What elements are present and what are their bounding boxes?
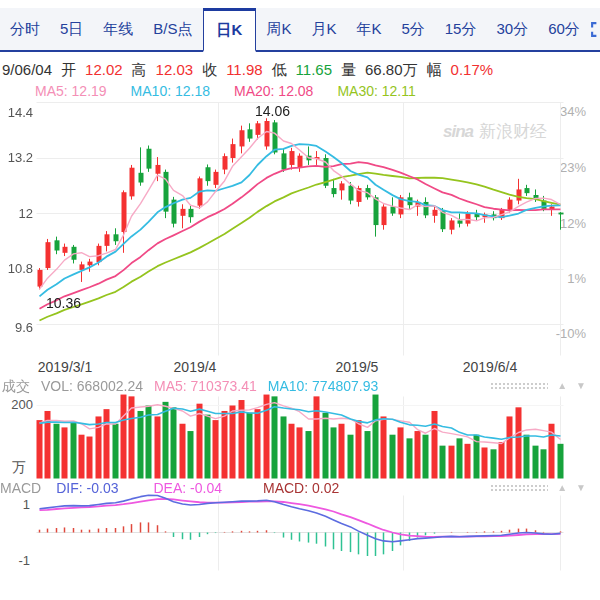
price-tick: 12 bbox=[0, 206, 33, 221]
volume-pane-controls: ▲ ▼ bbox=[490, 381, 586, 391]
price-tick: 10.8 bbox=[0, 261, 33, 276]
price-tick: 9.6 bbox=[0, 320, 33, 335]
macd-pane-label: MACD bbox=[0, 480, 41, 496]
dif-value: DIF: -0.03 bbox=[56, 480, 118, 496]
scale-up-arrow[interactable]: ▲ bbox=[557, 483, 567, 493]
vol-ma5: MA5: 710373.41 bbox=[154, 378, 257, 396]
macd-pane-header: MACD DIF: -0.03 DEA: -0.04 MACD: 0.02 bbox=[0, 480, 339, 496]
price-tick: 13.2 bbox=[0, 150, 33, 165]
low-price-annotation: 10.36 bbox=[46, 295, 81, 311]
price-tick: 14.4 bbox=[0, 105, 33, 120]
scale-up-arrow[interactable]: ▲ bbox=[557, 381, 567, 391]
volume-pane-label: 成交 bbox=[2, 378, 30, 396]
scale-down-arrow[interactable]: ▼ bbox=[576, 483, 586, 493]
drag-handle-dots[interactable] bbox=[490, 382, 548, 391]
scale-down-arrow[interactable]: ▼ bbox=[576, 381, 586, 391]
high-price-annotation: 14.06 bbox=[255, 103, 290, 119]
volume-pane-header: 成交 VOL: 668002.24 MA5: 710373.41 MA10: 7… bbox=[2, 378, 378, 396]
vol-ma10: MA10: 774807.93 bbox=[268, 378, 379, 396]
kline-chart-canvas[interactable] bbox=[0, 0, 600, 600]
macd-pane-controls: ▲ ▼ bbox=[490, 483, 586, 493]
macd-value: MACD: 0.02 bbox=[263, 480, 339, 496]
vol-value: VOL: 668002.24 bbox=[41, 378, 143, 396]
drag-handle-dots[interactable] bbox=[490, 484, 548, 493]
dea-value: DEA: -0.04 bbox=[153, 480, 221, 496]
